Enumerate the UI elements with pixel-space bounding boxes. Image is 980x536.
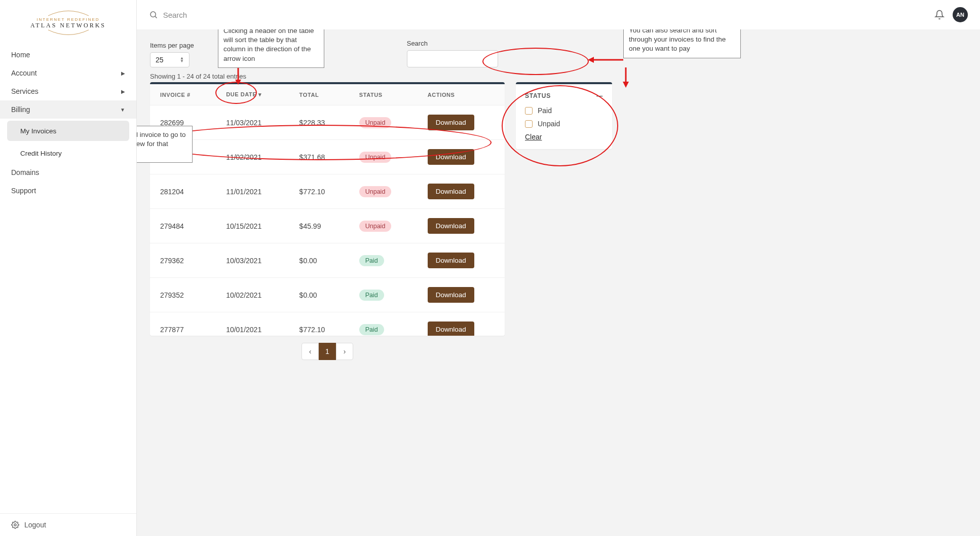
filter-title: STATUS [525,92,551,99]
items-per-page-value: 25 [156,56,164,64]
gear-icon [11,521,19,529]
main: AN Items per page 25 ▲▼ Search Showing 1… [137,0,980,536]
cell-actions: Download [418,174,505,209]
items-per-page-select[interactable]: 25 ▲▼ [150,52,190,67]
items-per-page-label: Items per page [150,42,194,49]
cell-status: Paid [349,312,418,336]
download-button[interactable]: Download [428,253,474,268]
nav-my-invoices[interactable]: My Invoices [7,121,129,141]
spinner-arrows-icon: ▲▼ [180,57,184,63]
col-total-label: TOTAL [299,92,319,98]
content: Items per page 25 ▲▼ Search Showing 1 - … [137,29,980,536]
table-row[interactable]: 27948410/15/2021$45.99UnpaidDownload [150,209,505,243]
nav-services[interactable]: Services▶ [0,82,136,100]
cell-invoice: 279484 [150,209,216,243]
global-search-input[interactable] [163,11,926,19]
bell-icon[interactable] [934,10,945,20]
col-status[interactable]: STATUS [349,84,418,105]
download-button[interactable]: Download [428,321,474,336]
caret-right-icon: ▶ [121,70,125,76]
table-row[interactable]: 27936210/03/2021$0.00PaidDownload [150,243,505,278]
col-invoice-label: INVOICE # [160,92,191,98]
annotation-header-sort: Clicking a header on the table will sort… [218,29,324,68]
nav-billing[interactable]: Billing▼ [0,100,136,119]
col-status-label: STATUS [359,92,383,98]
cell-invoice: 279352 [150,278,216,312]
cell-invoice: 281204 [150,174,216,209]
cell-due-date: 10/01/2021 [216,312,289,336]
cell-actions: Download [418,278,505,312]
cell-due-date: 10/02/2021 [216,278,289,312]
col-due-date[interactable]: DUE DATE▾ [216,84,289,105]
page-1[interactable]: 1 [319,343,336,360]
svg-point-1 [150,12,156,17]
status-filter-card: STATUS — Paid Unpaid Clear [516,82,612,149]
brand-name: ATLAS NETWORKS [0,22,136,29]
table-row[interactable]: 28268711/02/2021$371.68UnpaidDownload [150,140,505,174]
cell-due-date: 10/15/2021 [216,209,289,243]
col-invoice[interactable]: INVOICE # [150,84,216,105]
cell-status: Paid [349,243,418,278]
filter-paid[interactable]: Paid [525,106,603,115]
cell-total: $45.99 [289,209,349,243]
cell-actions: Download [418,243,505,278]
status-badge: Unpaid [359,186,392,197]
nav-account[interactable]: Account▶ [0,64,136,82]
nav-credit-history[interactable]: Credit History [0,143,136,163]
col-total[interactable]: TOTAL [289,84,349,105]
filter-header[interactable]: STATUS — [525,92,603,99]
cell-status: Unpaid [349,140,418,174]
download-button[interactable]: Download [428,218,474,234]
nav-home-label: Home [11,51,30,59]
table-search-block: Search [407,40,498,67]
download-button[interactable]: Download [428,184,474,199]
nav-logout[interactable]: Logout [0,513,136,536]
sidebar-nav: Home Account▶ Services▶ Billing▼ My Invo… [0,42,136,513]
cell-due-date: 11/01/2021 [216,174,289,209]
checkbox-unpaid[interactable] [525,120,533,128]
download-button[interactable]: Download [428,287,474,303]
avatar-initials: AN [956,12,964,18]
download-button[interactable]: Download [428,115,474,130]
nav-support-label: Support [11,187,36,195]
nav-home[interactable]: Home [0,46,136,64]
cell-status: Unpaid [349,209,418,243]
table-row[interactable]: 27935210/02/2021$0.00PaidDownload [150,278,505,312]
nav-services-label: Services [11,87,39,95]
cell-status: Unpaid [349,174,418,209]
cell-due-date: 10/03/2021 [216,243,289,278]
filter-unpaid-label: Unpaid [538,120,560,128]
nav-support[interactable]: Support [0,182,136,200]
nav-domains-label: Domains [11,168,39,176]
global-search[interactable] [149,10,926,19]
page-prev[interactable]: ‹ [301,343,319,360]
avatar[interactable]: AN [953,7,968,22]
nav-domains[interactable]: Domains [0,163,136,182]
download-button[interactable]: Download [428,149,474,165]
search-icon [149,10,158,19]
filter-clear[interactable]: Clear [525,133,603,141]
table-row[interactable]: 27787710/01/2021$772.10PaidDownload [150,312,505,336]
caret-right-icon: ▶ [121,89,125,94]
table-row[interactable]: 28120411/01/2021$772.10UnpaidDownload [150,174,505,209]
minus-icon: — [596,92,603,99]
status-badge: Unpaid [359,221,392,232]
nav-credit-history-label: Credit History [20,150,62,157]
nav-account-label: Account [11,69,37,77]
cell-total: $371.68 [289,140,349,174]
cell-status: Paid [349,278,418,312]
cell-total: $772.10 [289,312,349,336]
topbar: AN [137,0,980,29]
invoices-table: INVOICE # DUE DATE▾ TOTAL STATUS ACTIONS… [150,84,505,336]
page-1-label: 1 [325,347,329,355]
filter-unpaid[interactable]: Unpaid [525,120,603,128]
page-next[interactable]: › [336,343,353,360]
invoices-table-card: INVOICE # DUE DATE▾ TOTAL STATUS ACTIONS… [150,82,505,336]
status-badge: Unpaid [359,152,392,163]
nav-logout-label: Logout [24,521,46,529]
cell-total: $0.00 [289,278,349,312]
cell-total: $772.10 [289,174,349,209]
checkbox-paid[interactable] [525,107,533,115]
table-row[interactable]: 28269911/03/2021$228.33UnpaidDownload [150,105,505,140]
table-search-input[interactable] [407,50,498,67]
